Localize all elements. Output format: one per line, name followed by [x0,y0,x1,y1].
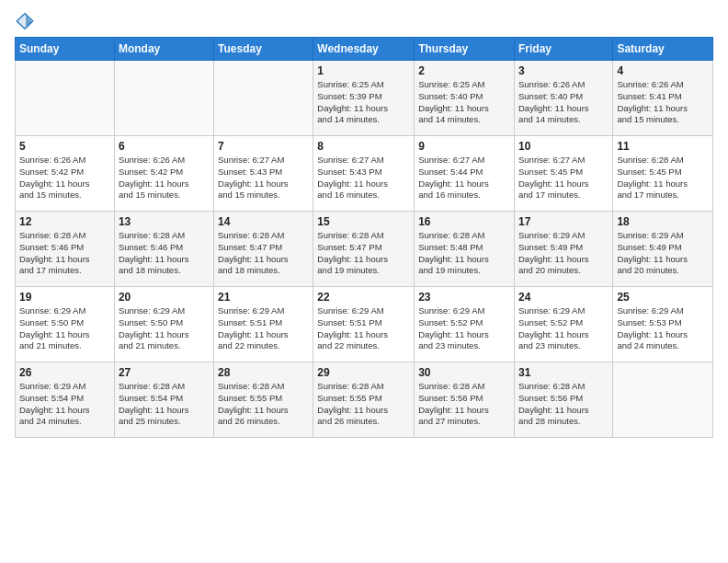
calendar-cell: 3Sunrise: 6:26 AMSunset: 5:40 PMDaylight… [514,61,612,136]
day-number: 11 [617,140,709,153]
day-number: 25 [617,291,709,304]
logo-icon [15,11,35,31]
day-number: 21 [218,291,309,304]
weekday-monday: Monday [114,38,213,61]
day-number: 7 [218,140,309,153]
calendar-cell: 20Sunrise: 6:29 AMSunset: 5:50 PMDayligh… [114,287,213,362]
calendar-cell: 21Sunrise: 6:29 AMSunset: 5:51 PMDayligh… [214,287,313,362]
calendar-cell: 31Sunrise: 6:28 AMSunset: 5:56 PMDayligh… [514,362,612,438]
day-number: 10 [518,140,609,153]
day-number: 31 [518,366,609,379]
calendar-cell: 11Sunrise: 6:28 AMSunset: 5:45 PMDayligh… [613,136,713,212]
weekday-thursday: Thursday [415,38,515,61]
day-info: Sunrise: 6:29 AMSunset: 5:49 PMDaylight:… [617,230,709,277]
calendar-cell: 22Sunrise: 6:29 AMSunset: 5:51 PMDayligh… [313,287,415,362]
day-info: Sunrise: 6:28 AMSunset: 5:48 PMDaylight:… [418,230,510,277]
calendar-cell: 13Sunrise: 6:28 AMSunset: 5:46 PMDayligh… [114,212,213,287]
calendar-cell: 10Sunrise: 6:27 AMSunset: 5:45 PMDayligh… [514,136,612,212]
calendar-cell: 17Sunrise: 6:29 AMSunset: 5:49 PMDayligh… [514,212,612,287]
day-number: 18 [617,215,709,228]
calendar-cell: 7Sunrise: 6:27 AMSunset: 5:43 PMDaylight… [214,136,313,212]
calendar-cell: 14Sunrise: 6:28 AMSunset: 5:47 PMDayligh… [214,212,313,287]
calendar-cell: 30Sunrise: 6:28 AMSunset: 5:56 PMDayligh… [415,362,515,438]
calendar-cell: 5Sunrise: 6:26 AMSunset: 5:42 PMDaylight… [16,136,115,212]
day-number: 8 [317,140,410,153]
calendar-body: 1Sunrise: 6:25 AMSunset: 5:39 PMDaylight… [16,61,713,438]
day-number: 24 [518,291,609,304]
day-info: Sunrise: 6:29 AMSunset: 5:50 PMDaylight:… [19,305,110,352]
day-info: Sunrise: 6:29 AMSunset: 5:49 PMDaylight:… [518,230,609,277]
logo [15,11,39,31]
weekday-sunday: Sunday [16,38,115,61]
day-info: Sunrise: 6:26 AMSunset: 5:42 PMDaylight:… [119,155,210,201]
day-number: 12 [19,215,110,228]
week-row-4: 19Sunrise: 6:29 AMSunset: 5:50 PMDayligh… [16,287,713,362]
week-row-2: 5Sunrise: 6:26 AMSunset: 5:42 PMDaylight… [16,136,713,212]
day-info: Sunrise: 6:28 AMSunset: 5:47 PMDaylight:… [218,230,309,277]
day-info: Sunrise: 6:29 AMSunset: 5:53 PMDaylight:… [617,305,709,352]
day-info: Sunrise: 6:29 AMSunset: 5:52 PMDaylight:… [418,305,510,352]
day-info: Sunrise: 6:27 AMSunset: 5:43 PMDaylight:… [317,155,410,201]
calendar-cell: 16Sunrise: 6:28 AMSunset: 5:48 PMDayligh… [415,212,515,287]
day-number: 9 [418,140,510,153]
day-number: 5 [19,140,110,153]
day-info: Sunrise: 6:28 AMSunset: 5:54 PMDaylight:… [119,381,210,428]
day-info: Sunrise: 6:26 AMSunset: 5:41 PMDaylight:… [617,79,709,126]
day-info: Sunrise: 6:28 AMSunset: 5:55 PMDaylight:… [218,381,309,428]
day-number: 13 [119,215,210,228]
day-number: 23 [418,291,510,304]
day-info: Sunrise: 6:28 AMSunset: 5:56 PMDaylight:… [418,381,510,428]
day-number: 3 [518,64,609,77]
day-number: 2 [418,64,510,77]
day-info: Sunrise: 6:28 AMSunset: 5:45 PMDaylight:… [617,155,709,201]
day-info: Sunrise: 6:29 AMSunset: 5:51 PMDaylight:… [317,305,410,352]
weekday-tuesday: Tuesday [214,38,313,61]
day-info: Sunrise: 6:28 AMSunset: 5:46 PMDaylight:… [119,230,210,277]
day-number: 1 [317,64,410,77]
week-row-5: 26Sunrise: 6:29 AMSunset: 5:54 PMDayligh… [16,362,713,438]
day-number: 30 [418,366,510,379]
day-number: 22 [317,291,410,304]
day-info: Sunrise: 6:25 AMSunset: 5:39 PMDaylight:… [317,79,410,126]
page-header [15,11,713,31]
day-info: Sunrise: 6:28 AMSunset: 5:56 PMDaylight:… [518,381,609,428]
day-number: 19 [19,291,110,304]
day-info: Sunrise: 6:28 AMSunset: 5:47 PMDaylight:… [317,230,410,277]
week-row-1: 1Sunrise: 6:25 AMSunset: 5:39 PMDaylight… [16,61,713,136]
day-info: Sunrise: 6:26 AMSunset: 5:40 PMDaylight:… [518,79,609,126]
calendar-cell: 25Sunrise: 6:29 AMSunset: 5:53 PMDayligh… [613,287,713,362]
day-info: Sunrise: 6:29 AMSunset: 5:50 PMDaylight:… [119,305,210,352]
calendar-cell: 23Sunrise: 6:29 AMSunset: 5:52 PMDayligh… [415,287,515,362]
day-info: Sunrise: 6:27 AMSunset: 5:45 PMDaylight:… [518,155,609,201]
calendar-cell: 29Sunrise: 6:28 AMSunset: 5:55 PMDayligh… [313,362,415,438]
calendar-cell [16,61,115,136]
calendar-cell [613,362,713,438]
calendar-cell: 24Sunrise: 6:29 AMSunset: 5:52 PMDayligh… [514,287,612,362]
day-number: 20 [119,291,210,304]
day-number: 15 [317,215,410,228]
day-info: Sunrise: 6:25 AMSunset: 5:40 PMDaylight:… [418,79,510,126]
day-info: Sunrise: 6:29 AMSunset: 5:51 PMDaylight:… [218,305,309,352]
svg-marker-0 [16,12,34,30]
calendar-cell: 8Sunrise: 6:27 AMSunset: 5:43 PMDaylight… [313,136,415,212]
weekday-header-row: SundayMondayTuesdayWednesdayThursdayFrid… [16,38,713,61]
day-info: Sunrise: 6:29 AMSunset: 5:54 PMDaylight:… [19,381,110,428]
calendar-cell: 28Sunrise: 6:28 AMSunset: 5:55 PMDayligh… [214,362,313,438]
day-number: 14 [218,215,309,228]
calendar-cell: 18Sunrise: 6:29 AMSunset: 5:49 PMDayligh… [613,212,713,287]
day-number: 28 [218,366,309,379]
day-info: Sunrise: 6:26 AMSunset: 5:42 PMDaylight:… [19,155,110,201]
day-info: Sunrise: 6:29 AMSunset: 5:52 PMDaylight:… [518,305,609,352]
calendar-cell: 9Sunrise: 6:27 AMSunset: 5:44 PMDaylight… [415,136,515,212]
calendar-cell: 26Sunrise: 6:29 AMSunset: 5:54 PMDayligh… [16,362,115,438]
weekday-wednesday: Wednesday [313,38,415,61]
calendar-cell: 1Sunrise: 6:25 AMSunset: 5:39 PMDaylight… [313,61,415,136]
day-info: Sunrise: 6:27 AMSunset: 5:43 PMDaylight:… [218,155,309,201]
day-number: 17 [518,215,609,228]
calendar-table: SundayMondayTuesdayWednesdayThursdayFrid… [15,37,713,438]
day-number: 27 [119,366,210,379]
calendar-cell [214,61,313,136]
weekday-friday: Friday [514,38,612,61]
calendar-cell: 4Sunrise: 6:26 AMSunset: 5:41 PMDaylight… [613,61,713,136]
day-number: 6 [119,140,210,153]
